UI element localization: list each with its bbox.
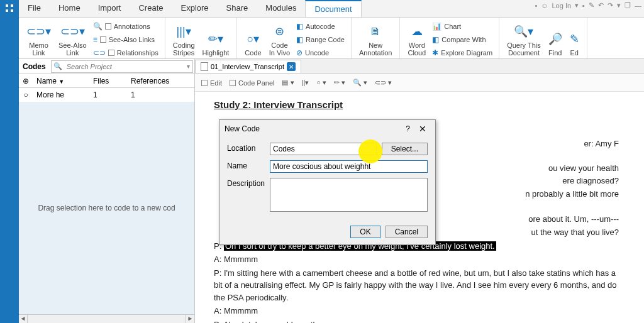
sidebar-hscroll[interactable]: ◄► bbox=[19, 314, 194, 323]
menu-file[interactable]: File bbox=[19, 0, 50, 17]
layout-icon[interactable]: ▤ ▾ bbox=[282, 79, 294, 87]
document-icon bbox=[201, 62, 208, 71]
uncode-button[interactable]: ⊘Uncode bbox=[296, 47, 345, 59]
doc-toolbar: Edit Code Panel ▤ ▾ ||▾ ○ ▾ ✏ ▾ 🔍 ▾ ⊂⊃ ▾ bbox=[195, 74, 644, 92]
save-icon[interactable]: ▪ bbox=[582, 2, 585, 9]
dialog-help-icon[interactable]: ? bbox=[401, 124, 415, 133]
stripes-icon[interactable]: ||▾ bbox=[302, 79, 309, 87]
edit-toggle[interactable]: Edit bbox=[201, 79, 222, 87]
menubar-right: • ☺ Log In ▾ ▪ ✎ ↶ ↷ ▾ ❐ — bbox=[535, 1, 641, 9]
document-tab[interactable]: 01_Interview_Transcript ✕ bbox=[195, 60, 301, 73]
new-code-dialog: New Code ? ✕ Location Select... Name Des… bbox=[219, 119, 436, 245]
code-button[interactable]: ○▾Code bbox=[241, 19, 265, 58]
dash-icon: ▾ bbox=[575, 1, 579, 9]
annotations-toggle[interactable]: 🔍Annotations bbox=[93, 20, 158, 33]
doc-line: P: I'm sitting here with a camembert che… bbox=[214, 267, 625, 304]
cancel-button[interactable]: Cancel bbox=[386, 226, 428, 238]
description-label: Description bbox=[227, 178, 265, 188]
search-input[interactable] bbox=[64, 63, 184, 70]
doc-line: A: Mmmmm bbox=[214, 305, 625, 317]
menu-document[interactable]: Document bbox=[305, 0, 361, 17]
ribbon: ⊂⊃▾Memo Link ⊂⊃▾See-Also Link 🔍Annotatio… bbox=[19, 18, 644, 59]
expand-all-icon[interactable]: ⊕ bbox=[19, 75, 33, 87]
node-icon: ○ bbox=[19, 89, 33, 101]
sep-icon: ▾ bbox=[617, 1, 621, 9]
code-invivo-button[interactable]: ⊜Code In Vivo bbox=[265, 19, 294, 58]
find-button[interactable]: 🔎Find bbox=[545, 19, 566, 58]
undo-icon[interactable]: ↶ bbox=[598, 1, 604, 9]
doc-title: Study 2: Interview Transcript bbox=[214, 98, 625, 112]
pen-tool-icon[interactable]: ✏ ▾ bbox=[334, 79, 345, 87]
svg-rect-1 bbox=[11, 4, 13, 7]
min-icon[interactable]: — bbox=[635, 2, 641, 9]
svg-rect-0 bbox=[6, 4, 8, 7]
codes-table-header: ⊕ Name ▼ Files References bbox=[19, 74, 194, 88]
svg-rect-2 bbox=[6, 9, 8, 12]
new-annotation-button[interactable]: 🗎New Annotation bbox=[355, 19, 396, 58]
bullet-icon: • bbox=[535, 2, 537, 9]
tab-close-icon[interactable]: ✕ bbox=[287, 62, 296, 71]
menu-share[interactable]: Share bbox=[218, 0, 257, 17]
codes-sidebar: Codes 🔍 ▾ ⊕ Name ▼ Files References ○ Mo… bbox=[19, 59, 195, 323]
code-panel-toggle[interactable]: Code Panel bbox=[230, 79, 275, 87]
autocode-button[interactable]: ◧Autocode bbox=[296, 20, 345, 33]
relationships-toggle[interactable]: ⊂⊃Relationships bbox=[93, 47, 158, 59]
sidebar-title: Codes bbox=[19, 62, 50, 71]
search-icon: 🔍 bbox=[52, 62, 64, 70]
seealso-link-button[interactable]: ⊂⊃▾See-Also Link bbox=[55, 19, 91, 58]
chart-button[interactable]: 📊Chart bbox=[432, 20, 492, 33]
seealso-links-toggle[interactable]: ≡See-Also Links bbox=[93, 33, 158, 46]
app-rail bbox=[0, 0, 19, 323]
edit-button[interactable]: ✎Ed bbox=[566, 19, 583, 58]
ok-button[interactable]: OK bbox=[350, 226, 380, 238]
menu-import[interactable]: Import bbox=[89, 0, 130, 17]
menu-modules[interactable]: Modules bbox=[257, 0, 305, 17]
menubar: File Home Import Create Explore Share Mo… bbox=[19, 0, 644, 18]
coding-stripes-button[interactable]: |||▾Coding Stripes bbox=[169, 19, 199, 58]
word-cloud-button[interactable]: ☁Word Cloud bbox=[404, 19, 430, 58]
redo-icon[interactable]: ↷ bbox=[608, 1, 613, 9]
svg-rect-3 bbox=[11, 9, 13, 12]
menu-explore[interactable]: Explore bbox=[172, 0, 218, 17]
query-this-button[interactable]: 🔍▾Query This Document bbox=[503, 19, 545, 58]
menu-create[interactable]: Create bbox=[130, 0, 172, 17]
search-dropdown-icon[interactable]: ▾ bbox=[184, 63, 192, 70]
location-label: Location bbox=[227, 143, 265, 153]
drag-to-code-area[interactable]: Drag selection here to code to a new cod bbox=[19, 102, 194, 314]
explore-diagram-button[interactable]: ✱Explore Diagram bbox=[432, 47, 492, 59]
table-row[interactable]: ○ More he 1 1 bbox=[19, 88, 194, 102]
doc-line: A: Mmmmm bbox=[214, 253, 625, 266]
range-code-button[interactable]: ◧Range Code bbox=[296, 33, 345, 46]
memo-link-button[interactable]: ⊂⊃▾Memo Link bbox=[23, 19, 55, 58]
link-icon[interactable]: ⊂⊃ ▾ bbox=[375, 79, 392, 87]
name-input[interactable] bbox=[270, 160, 428, 173]
compare-with-button[interactable]: ◧Compare With bbox=[432, 33, 492, 46]
highlight-button[interactable]: ✏▾Highlight bbox=[199, 19, 233, 58]
description-input[interactable] bbox=[270, 178, 428, 212]
pen-icon[interactable]: ✎ bbox=[589, 1, 594, 9]
name-label: Name bbox=[227, 160, 265, 170]
document-tabbar: 01_Interview_Transcript ✕ bbox=[195, 59, 644, 74]
window-icon[interactable]: ❐ bbox=[625, 1, 631, 9]
dialog-close-icon[interactable]: ✕ bbox=[415, 124, 430, 134]
select-button[interactable]: Select... bbox=[382, 143, 428, 155]
menu-home[interactable]: Home bbox=[50, 0, 89, 17]
cursor-highlight bbox=[358, 140, 382, 163]
zoom-icon[interactable]: 🔍 ▾ bbox=[353, 79, 367, 87]
login-icon[interactable]: ☺ bbox=[541, 2, 548, 9]
circle-icon[interactable]: ○ ▾ bbox=[316, 79, 326, 87]
doc-line: P: Absolutely no problems there, bbox=[214, 319, 625, 324]
dialog-title: New Code bbox=[225, 124, 401, 133]
sidebar-search[interactable]: 🔍 ▾ bbox=[51, 60, 193, 73]
login-link[interactable]: Log In bbox=[552, 2, 572, 9]
